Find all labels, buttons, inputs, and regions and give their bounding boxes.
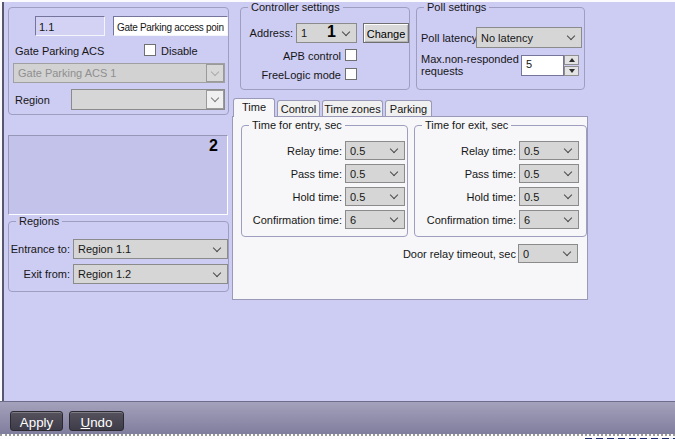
- door-relay-timeout-value: 0: [523, 248, 564, 260]
- chevron-down-icon: [564, 191, 572, 199]
- entrance-to-label: Entrance to:: [9, 243, 70, 255]
- time-exit-group: Time for exit, sec Relay time: 0.5 Pass …: [414, 125, 587, 237]
- entry-confirmation-select[interactable]: 6: [345, 210, 405, 229]
- door-relay-timeout-label: Door relay timeout, sec: [333, 248, 516, 260]
- undo-button[interactable]: Undo: [69, 411, 124, 431]
- exit-relay-label: Relay time:: [415, 145, 516, 157]
- dropdown-button[interactable]: [206, 90, 224, 109]
- address-select-value: 1: [301, 27, 343, 39]
- time-entry-title: Time for entry, sec: [249, 119, 345, 131]
- chevron-down-icon: [213, 243, 221, 251]
- entry-pass-value: 0.5: [350, 168, 391, 180]
- callout-1: 1: [327, 23, 336, 41]
- freelogic-label: FreeLogic mode: [241, 69, 341, 81]
- region-preview-panel: 2: [8, 135, 228, 215]
- arrow-up-icon: [569, 58, 575, 62]
- spin-down-button[interactable]: [564, 66, 579, 76]
- poll-settings-group: Poll settings Poll latency No latency Ma…: [416, 7, 585, 90]
- chevron-down-icon: [564, 214, 572, 222]
- entry-pass-label: Pass time:: [242, 168, 342, 180]
- entrance-to-select[interactable]: Region 1.1: [73, 239, 228, 259]
- exit-relay-value: 0.5: [524, 145, 565, 157]
- apply-button-label: Apply: [11, 415, 62, 430]
- entry-pass-select[interactable]: 0.5: [345, 164, 405, 183]
- gate-parking-settings-window: Gate Parking ACS Disable Gate Parking AC…: [0, 0, 675, 439]
- exit-from-label: Exit from:: [9, 268, 70, 280]
- arrow-down-icon: [569, 69, 575, 73]
- region-select[interactable]: [71, 89, 225, 110]
- spin-up-button[interactable]: [564, 55, 579, 65]
- tab-parking[interactable]: Parking: [385, 100, 432, 117]
- entry-hold-select[interactable]: 0.5: [345, 187, 405, 206]
- exit-pass-select[interactable]: 0.5: [519, 164, 579, 183]
- exit-hold-select[interactable]: 0.5: [519, 187, 579, 206]
- disable-label: Disable: [161, 45, 198, 57]
- chevron-down-icon: [563, 248, 571, 256]
- entry-confirmation-value: 6: [350, 214, 391, 226]
- footer-bar: Apply Undo: [0, 401, 675, 434]
- exit-from-select[interactable]: Region 1.2: [73, 264, 228, 284]
- exit-from-value: Region 1.2: [78, 268, 214, 280]
- exit-confirmation-label: Confirmation time:: [415, 214, 516, 226]
- acs-label: Gate Parking ACS: [15, 45, 104, 57]
- entry-relay-select[interactable]: 0.5: [345, 141, 405, 160]
- entry-relay-label: Relay time:: [242, 145, 342, 157]
- controller-settings-title: Controller settings: [248, 1, 343, 13]
- screen-bottom-strip: [0, 434, 675, 439]
- chevron-down-icon: [567, 32, 575, 40]
- exit-pass-label: Pass time:: [415, 168, 516, 180]
- chevron-down-icon: [564, 145, 572, 153]
- identity-group: Gate Parking ACS Disable Gate Parking AC…: [8, 7, 229, 115]
- max-requests-field[interactable]: 5: [521, 55, 564, 76]
- freelogic-checkbox[interactable]: [345, 68, 357, 80]
- entry-hold-label: Hold time:: [242, 191, 342, 203]
- chevron-down-icon: [213, 268, 221, 276]
- chevron-down-icon: [390, 191, 398, 199]
- address-label: Address:: [243, 27, 293, 39]
- entry-relay-value: 0.5: [350, 145, 391, 157]
- chevron-down-icon: [211, 94, 219, 102]
- window-edge-border: [2, 2, 4, 401]
- exit-confirmation-select[interactable]: 6: [519, 210, 579, 229]
- callout-2: 2: [209, 137, 218, 155]
- dropdown-button: [206, 64, 224, 82]
- time-tab-page: Time for entry, sec Relay time: 0.5 Pass…: [232, 116, 588, 300]
- tab-time[interactable]: Time: [233, 98, 275, 117]
- chevron-down-icon: [390, 214, 398, 222]
- poll-latency-value: No latency: [481, 32, 568, 44]
- chevron-down-icon: [211, 67, 219, 75]
- entry-hold-value: 0.5: [350, 191, 391, 203]
- exit-relay-select[interactable]: 0.5: [519, 141, 579, 160]
- apb-control-checkbox[interactable]: [345, 49, 357, 61]
- poll-settings-title: Poll settings: [424, 1, 489, 13]
- poll-latency-label: Poll latency: [421, 32, 477, 44]
- object-id-field[interactable]: [35, 16, 105, 36]
- chevron-down-icon: [342, 27, 350, 35]
- regions-group: Regions Entrance to: Region 1.1 Exit fro…: [8, 221, 229, 292]
- disable-checkbox[interactable]: [144, 44, 156, 56]
- regions-title: Regions: [16, 215, 62, 227]
- undo-button-label: Undo: [70, 415, 123, 430]
- time-exit-title: Time for exit, sec: [422, 119, 511, 131]
- time-entry-group: Time for entry, sec Relay time: 0.5 Pass…: [241, 125, 408, 237]
- poll-latency-select[interactable]: No latency: [476, 27, 582, 48]
- entrance-to-value: Region 1.1: [78, 243, 214, 255]
- exit-confirmation-value: 6: [524, 214, 565, 226]
- acs-select-value: Gate Parking ACS 1: [18, 67, 206, 79]
- tab-time-zones[interactable]: Time zones: [322, 100, 383, 117]
- max-requests-label: Max.non-responded requests: [421, 53, 521, 77]
- apply-button[interactable]: Apply: [10, 411, 63, 431]
- max-requests-value: 5: [526, 58, 532, 70]
- exit-pass-value: 0.5: [524, 168, 565, 180]
- region-label: Region: [15, 94, 50, 106]
- entry-confirmation-label: Confirmation time:: [242, 214, 342, 226]
- change-button[interactable]: Change: [363, 23, 409, 43]
- door-relay-timeout-select[interactable]: 0: [518, 244, 578, 263]
- tab-control[interactable]: Control: [277, 100, 320, 117]
- exit-hold-value: 0.5: [524, 191, 565, 203]
- object-name-field[interactable]: [113, 16, 228, 36]
- chevron-down-icon: [390, 168, 398, 176]
- max-requests-stepper: [564, 55, 579, 76]
- apb-control-label: APB control: [241, 50, 341, 62]
- chevron-down-icon: [390, 145, 398, 153]
